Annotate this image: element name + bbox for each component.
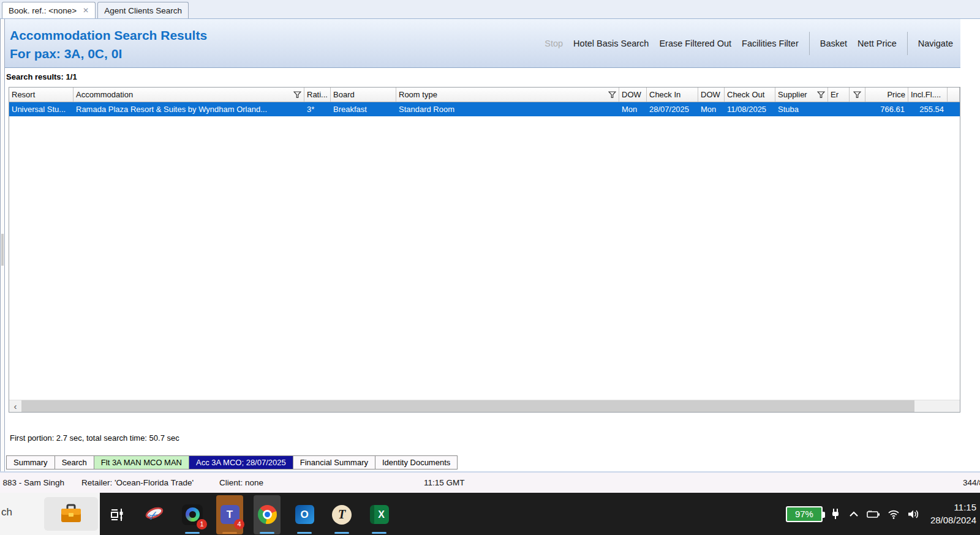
column-header-dow-out[interactable]: DOW [698, 88, 725, 102]
chevron-up-icon[interactable] [848, 509, 859, 519]
status-time: 11:15 GMT [424, 478, 465, 487]
wifi-icon[interactable] [888, 509, 900, 520]
bottom-tabstrip: Summary Search Flt 3A MAN MCO MAN Acc 3A… [5, 455, 960, 471]
column-header-resort[interactable]: Resort [9, 88, 74, 102]
erase-filtered-out-button[interactable]: Erase Filtered Out [659, 39, 731, 48]
snipping-tool-icon: ✂ [144, 505, 166, 525]
column-header-room-type[interactable]: Room type [396, 88, 619, 102]
system-tray: 97% [786, 493, 976, 535]
column-header-check-out[interactable]: Check Out [725, 88, 775, 102]
header-toolbar: Stop Hotel Basis Search Erase Filtered O… [545, 19, 953, 68]
running-indicator [260, 532, 274, 534]
battery-percent-text: 97% [795, 509, 813, 519]
webex-badge: 1 [197, 519, 207, 529]
pax-subtitle: For pax: 3A, 0C, 0I [10, 45, 122, 63]
status-right-counter: 344/8 [963, 478, 980, 487]
filter-icon[interactable] [608, 91, 616, 99]
tab-flight[interactable]: Flt 3A MAN MCO MAN [94, 455, 189, 470]
column-header-incl-fl[interactable]: Incl.Fl.... [908, 88, 948, 102]
splitter-handle[interactable] [0, 19, 5, 471]
column-header-accommodation[interactable]: Accommodation [74, 88, 304, 102]
column-header-er[interactable]: Er [828, 88, 850, 102]
tab-identity-documents[interactable]: Identity Documents [375, 455, 458, 470]
cell-board: Breakfast [331, 105, 396, 114]
column-header-filter[interactable] [850, 88, 865, 102]
windows-taskbar: ch [0, 493, 980, 535]
taskbar-chrome[interactable] [254, 495, 281, 534]
taskbar-teams[interactable]: T 4 [216, 495, 243, 534]
taskbar-icons: ✂ 1 T 4 O T [102, 494, 393, 535]
tab-accommodation-active[interactable]: Acc 3A MCO; 28/07/2025 [189, 455, 293, 470]
battery-percentage-indicator[interactable]: 97% [786, 506, 823, 522]
column-header-rating[interactable]: Rati... [304, 88, 331, 102]
filter-icon[interactable] [293, 91, 301, 99]
chrome-icon [258, 505, 277, 524]
result-row-selected[interactable]: Universal Stu... Ramada Plaza Resort & S… [9, 102, 960, 116]
column-header-filler [948, 88, 960, 102]
screen: Book. ref.: <none> ✕ Agent Clients Searc… [0, 0, 980, 535]
cell-rating: 3* [304, 105, 331, 114]
tab-search[interactable]: Search [55, 455, 94, 470]
task-view-icon [109, 506, 126, 523]
tab-agent-clients-search[interactable]: Agent Clients Search [97, 2, 189, 18]
taskbar-task-view[interactable] [104, 495, 131, 534]
taskbar-travel-app[interactable]: T [328, 495, 355, 534]
cell-price: 766.61 [865, 105, 908, 114]
column-header-check-in[interactable]: Check In [647, 88, 698, 102]
page-title: Accommodation Search Results [10, 26, 207, 45]
cell-dow-out: Mon [698, 105, 725, 114]
cell-accommodation: Ramada Plaza Resort & Suites by Wyndham … [74, 105, 304, 114]
taskbar-search-area[interactable]: ch [0, 493, 100, 535]
filter-icon[interactable] [853, 91, 861, 99]
right-margin [960, 19, 980, 471]
search-fragment-text: ch [1, 506, 12, 518]
basket-button[interactable]: Basket [820, 39, 847, 48]
t-logo-icon: T [332, 505, 352, 525]
cell-supplier: Stuba [775, 105, 828, 114]
column-header-dow-in[interactable]: DOW [619, 88, 647, 102]
tab-book-ref-label: Book. ref.: <none> [9, 6, 77, 15]
plug-icon[interactable] [830, 508, 841, 520]
cell-check-in: 28/07/2025 [647, 105, 698, 114]
taskbar-excel[interactable]: X [366, 495, 393, 534]
taskbar-clock[interactable]: 11:15 28/08/2024 [930, 501, 976, 526]
running-indicator [334, 532, 349, 534]
facilities-filter-button[interactable]: Facilities Filter [742, 39, 799, 48]
taskbar-app-briefcase[interactable] [44, 497, 98, 531]
status-agent: : 883 - Sam Singh [0, 478, 64, 487]
filter-icon[interactable] [817, 91, 825, 99]
results-header: Accommodation Search Results For pax: 3A… [5, 19, 960, 68]
scrollbar-thumb[interactable] [21, 400, 914, 412]
cell-dow-in: Mon [619, 105, 647, 114]
cell-room-type: Standard Room [396, 105, 619, 114]
outlook-icon: O [295, 505, 314, 524]
taskbar-snipping-tool[interactable]: ✂ [141, 495, 168, 534]
briefcase-icon [59, 504, 83, 525]
speaker-icon[interactable] [907, 509, 919, 520]
column-header-board[interactable]: Board [331, 88, 396, 102]
scroll-left-button[interactable]: ‹ [9, 400, 21, 412]
close-icon[interactable]: ✕ [83, 6, 89, 15]
clock-date: 28/08/2024 [930, 514, 976, 526]
column-header-supplier[interactable]: Supplier [775, 88, 828, 102]
battery-charging-icon[interactable] [867, 509, 880, 519]
taskbar-webex[interactable]: 1 [179, 495, 206, 534]
navigate-button[interactable]: Navigate [918, 39, 953, 48]
nett-price-button[interactable]: Nett Price [858, 39, 897, 48]
results-table: Resort Accommodation Rati... Board Room … [9, 87, 960, 413]
stop-button: Stop [545, 39, 563, 48]
table-header-row: Resort Accommodation Rati... Board Room … [9, 88, 960, 102]
tab-financial-summary[interactable]: Financial Summary [293, 455, 375, 470]
column-header-price[interactable]: Price [865, 88, 908, 102]
running-indicator [222, 532, 237, 534]
tab-summary[interactable]: Summary [6, 455, 55, 470]
document-tabstrip: Book. ref.: <none> ✕ Agent Clients Searc… [0, 0, 980, 19]
toolbar-separator [809, 32, 810, 55]
tab-book-ref[interactable]: Book. ref.: <none> ✕ [2, 2, 96, 18]
taskbar-outlook[interactable]: O [291, 495, 318, 534]
toolbar-separator [907, 32, 908, 55]
hotel-basis-search-button[interactable]: Hotel Basis Search [573, 39, 649, 48]
splitter-grip[interactable] [1, 234, 4, 266]
horizontal-scrollbar[interactable]: ‹ [9, 400, 960, 412]
status-bar: : 883 - Sam Singh Retailer: 'Ocean-Flori… [0, 471, 980, 493]
